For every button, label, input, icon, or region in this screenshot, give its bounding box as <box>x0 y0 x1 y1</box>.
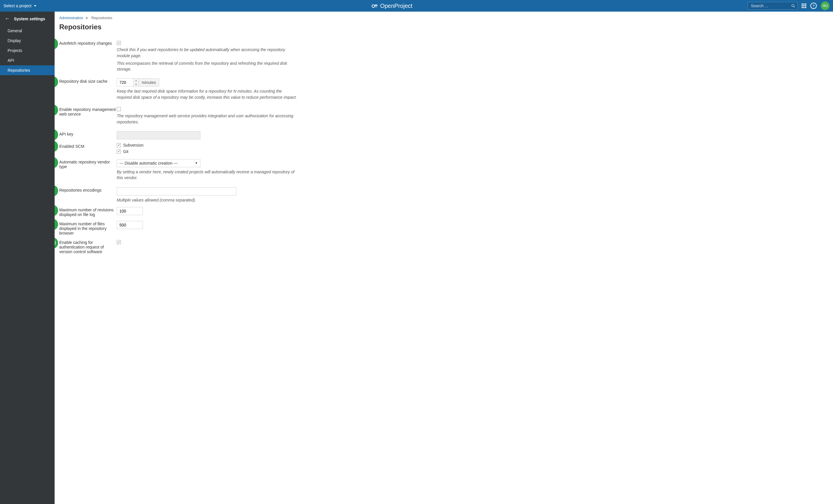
checkbox-git[interactable] <box>117 149 121 153</box>
project-selector-label: Select a project <box>3 3 32 8</box>
sidebar-item-display[interactable]: Display <box>0 36 55 46</box>
sidebar-item-general[interactable]: General <box>0 26 55 36</box>
badge-6: 6 <box>55 157 58 168</box>
api-key-input[interactable] <box>117 131 200 139</box>
label-disk-cache: Repository disk size cache <box>59 79 108 83</box>
row-enabled-scm: 5 Enabled SCM Subversion Git <box>59 143 828 155</box>
help-autofetch-2: This encompasses the retrieval of commit… <box>117 61 297 72</box>
badge-2: 2 <box>55 76 58 88</box>
search-input[interactable] <box>747 2 798 9</box>
encodings-input[interactable] <box>117 187 236 195</box>
header-right: ? HU <box>747 1 830 10</box>
badge-9: 9 <box>55 219 58 230</box>
avatar[interactable]: HU <box>821 1 830 10</box>
caret-down-icon <box>34 5 36 7</box>
row-max-revisions: 8 Maximum number of revisions displayed … <box>59 207 828 217</box>
help-autofetch-1: Check this if you want repositories to b… <box>117 47 297 58</box>
breadcrumb: Administration ▶ Repositories <box>59 16 828 20</box>
scm-option-subversion: Subversion <box>117 143 297 147</box>
help-auto-vendor: By setting a vendor here, newly created … <box>117 169 297 181</box>
search-icon <box>791 4 795 8</box>
row-disk-cache: 2 Repository disk size cache ▲▼ minutes … <box>59 78 828 100</box>
disk-cache-spinner[interactable]: ▲▼ <box>133 79 139 86</box>
help-disk-cache: Keep the last required disk space inform… <box>117 88 297 100</box>
label-max-files: Maximum number of files displayed in the… <box>59 221 106 236</box>
checkbox-enable-caching[interactable] <box>117 240 121 244</box>
header-brand-area: OpenProject <box>36 3 748 9</box>
max-revisions-input[interactable] <box>117 207 143 215</box>
svg-line-3 <box>794 6 795 7</box>
label-autofetch: Autofetch repository changes <box>59 41 112 46</box>
main-content: Administration ▶ Repositories Repositori… <box>55 11 833 504</box>
badge-8: 8 <box>55 205 58 216</box>
brand-logo[interactable]: OpenProject <box>372 3 412 9</box>
disk-cache-input-wrap: ▲▼ minutes <box>117 78 159 87</box>
label-encodings: Repositories encodings <box>59 188 102 192</box>
badge-7: 7 <box>55 185 58 196</box>
badge-4: 4 <box>55 129 58 141</box>
auto-vendor-select[interactable]: --- Disable automatic creation --- ▼ <box>117 159 200 167</box>
page-title: Repositories <box>59 23 828 31</box>
checkbox-web-service[interactable] <box>117 107 121 111</box>
sidebar-item-api[interactable]: API <box>0 55 55 65</box>
search-box <box>747 2 798 9</box>
sidebar: ← System settings General Display Projec… <box>0 11 55 504</box>
help-icon[interactable]: ? <box>810 3 817 9</box>
label-enable-caching: Enable caching for authentication reques… <box>59 240 104 254</box>
openproject-icon <box>372 3 378 9</box>
brand-name: OpenProject <box>380 3 412 9</box>
sidebar-nav: General Display Projects API Repositorie… <box>0 26 55 75</box>
badge-1: 1 <box>55 38 58 50</box>
max-files-input[interactable] <box>117 221 143 229</box>
disk-cache-input[interactable] <box>117 79 133 86</box>
label-subversion: Subversion <box>123 143 143 147</box>
label-api-key: API key <box>59 132 73 137</box>
row-web-service: 3 Enable repository management web servi… <box>59 106 828 125</box>
svg-point-2 <box>792 4 794 7</box>
caret-down-icon: ▼ <box>195 162 198 165</box>
row-encodings: 7 Repositories encodings Multiple values… <box>59 187 828 203</box>
chevron-right-icon: ▶ <box>86 16 88 20</box>
help-web-service: The repository management web service pr… <box>117 113 297 125</box>
sidebar-item-repositories[interactable]: Repositories <box>0 65 55 75</box>
help-encodings: Multiple values allowed (comma separated… <box>117 197 297 203</box>
checkbox-autofetch[interactable] <box>117 41 121 45</box>
label-web-service: Enable repository management web service <box>59 107 116 116</box>
disk-cache-unit: minutes <box>139 79 159 86</box>
auto-vendor-selected: --- Disable automatic creation --- <box>119 161 178 166</box>
back-arrow-icon[interactable]: ← <box>5 16 10 22</box>
row-auto-vendor: 6 Automatic repository vendor type --- D… <box>59 159 828 181</box>
sidebar-header: ← System settings <box>0 11 55 26</box>
svg-point-0 <box>372 5 374 7</box>
row-autofetch: 1 Autofetch repository changes Check thi… <box>59 40 828 72</box>
row-max-files: 9 Maximum number of files displayed in t… <box>59 221 828 236</box>
breadcrumb-current: Repositories <box>91 16 112 20</box>
breadcrumb-root[interactable]: Administration <box>59 16 83 20</box>
scm-option-git: Git <box>117 149 297 154</box>
badge-10: 10 <box>55 237 58 249</box>
badge-3: 3 <box>55 104 58 116</box>
sidebar-item-projects[interactable]: Projects <box>0 46 55 55</box>
checkbox-subversion[interactable] <box>117 143 121 147</box>
row-api-key: 4 API key <box>59 131 828 139</box>
label-max-revisions: Maximum number of revisions displayed on… <box>59 208 114 217</box>
badge-5: 5 <box>55 141 58 152</box>
label-auto-vendor: Automatic repository vendor type <box>59 160 110 169</box>
sidebar-title: System settings <box>14 17 45 21</box>
label-git: Git <box>123 149 128 154</box>
label-enabled-scm: Enabled SCM <box>59 144 84 149</box>
apps-grid-icon[interactable] <box>802 3 806 8</box>
row-enable-caching: 10 Enable caching for authentication req… <box>59 240 828 254</box>
project-selector[interactable]: Select a project <box>3 3 36 8</box>
top-header: Select a project OpenProject ? HU <box>0 0 833 11</box>
